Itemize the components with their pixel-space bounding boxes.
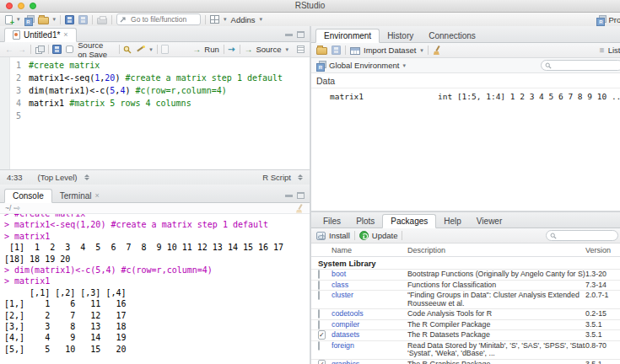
source-button[interactable]: → Source (244, 45, 281, 54)
package-checkbox[interactable] (318, 341, 320, 351)
tab-packages[interactable]: Packages (382, 214, 436, 228)
tab-console[interactable]: Console (4, 189, 52, 203)
package-link[interactable]: compiler (332, 321, 359, 329)
maximize-pane-icon[interactable] (297, 31, 305, 38)
popout-icon[interactable] (35, 46, 44, 53)
source-caret-icon[interactable]: ▾ (285, 46, 288, 54)
clear-environment-icon[interactable] (433, 46, 442, 55)
print-icon[interactable] (97, 18, 107, 24)
code-token: 20 (105, 73, 115, 83)
goto-file-search[interactable] (116, 13, 201, 25)
close-window-button[interactable] (6, 3, 13, 9)
package-checkbox[interactable] (318, 270, 320, 279)
find-replace-icon[interactable] (123, 46, 132, 54)
maximize-console-icon[interactable] (297, 192, 305, 199)
package-checkbox[interactable]: ✓ (318, 330, 326, 340)
close-tab-icon[interactable]: × (63, 29, 67, 41)
compile-report-icon[interactable] (161, 45, 169, 54)
back-icon[interactable]: ← (5, 46, 13, 54)
tab-history[interactable]: History (380, 29, 421, 42)
environment-scope-selector[interactable]: Global Environment (329, 61, 399, 70)
tab-connections[interactable]: Connections (421, 29, 483, 42)
description-column-header[interactable]: Description (407, 246, 585, 254)
addins-caret-icon[interactable]: ▾ (260, 15, 263, 24)
addins-button[interactable]: Addins (231, 15, 256, 24)
goto-file-input[interactable] (129, 14, 197, 24)
package-checkbox[interactable]: ✓ (318, 360, 326, 364)
environment-search-icon (545, 62, 552, 69)
package-checkbox-cell: ✓ (311, 331, 332, 340)
filetype-selector[interactable]: R Script (262, 173, 291, 182)
tab-files[interactable]: Files (315, 215, 348, 228)
open-recent-caret-icon[interactable]: ▾ (53, 15, 57, 24)
load-workspace-icon[interactable] (316, 47, 327, 55)
source-on-save-checkbox[interactable] (66, 46, 73, 53)
code-tools-caret-icon[interactable]: ▾ (149, 46, 153, 54)
new-project-icon[interactable] (24, 15, 34, 24)
package-link[interactable]: codetools (332, 310, 364, 318)
package-link[interactable]: cluster (332, 292, 353, 299)
version-column-header[interactable]: Version (585, 246, 620, 254)
save-all-icon[interactable] (78, 15, 88, 24)
save-icon[interactable] (65, 15, 74, 24)
clear-console-icon[interactable] (295, 204, 305, 213)
package-link[interactable]: graphics (332, 361, 359, 364)
main-toolbar: ▾ ▾ ▾ Addins ▾ Project (0, 13, 620, 27)
document-outline-icon[interactable] (297, 46, 305, 53)
code-line: 3dim(matrix1)<-c(5,4) #c(row=r,column=4) (0, 84, 310, 97)
pane-layout-icon[interactable] (210, 15, 219, 24)
console-line: > dim(matrix1)<-c(5,4) #c(row=r,column=4… (4, 265, 310, 276)
list-view-label: List (608, 46, 620, 55)
package-version-text: 1.3-20 (585, 270, 607, 278)
tab-environment[interactable]: Environment (315, 29, 380, 43)
update-button[interactable]: Update (359, 231, 398, 240)
packages-search-input[interactable] (559, 231, 614, 241)
environment-search-input[interactable] (554, 61, 619, 71)
code-editor[interactable]: 1#create matrix2matrix1<-seq(1,20) #crea… (0, 57, 310, 169)
pane-layout-caret-icon[interactable]: ▾ (224, 15, 227, 24)
run-button[interactable]: → Run (192, 45, 218, 54)
packages-search[interactable] (546, 230, 618, 241)
environment-object-row[interactable]: matrix1int [1:5, 1:4] 1 2 3 4 5 6 7 8 9 … (311, 88, 620, 104)
tab-terminal[interactable]: Terminal × (52, 190, 107, 202)
tab-help[interactable]: Help (436, 215, 469, 228)
code-token: ) (115, 73, 125, 83)
open-file-icon[interactable] (38, 17, 49, 24)
goto-directory-icon[interactable]: ⇨ (13, 205, 20, 212)
tab-plots[interactable]: Plots (348, 215, 382, 228)
package-checkbox[interactable] (318, 320, 320, 329)
name-column-header[interactable]: Name (332, 246, 407, 254)
close-terminal-icon[interactable]: × (95, 190, 100, 202)
forward-icon[interactable]: → (18, 46, 26, 54)
minimize-window-button[interactable] (18, 3, 24, 9)
minimize-pane-icon[interactable] (285, 34, 293, 36)
package-checkbox[interactable] (318, 291, 320, 300)
package-link[interactable]: boot (332, 270, 346, 278)
console-output[interactable]: > #create matrix> matrix1<-seq(1,20) #cr… (0, 214, 310, 364)
save-script-icon[interactable] (52, 45, 62, 54)
package-checkbox[interactable] (318, 281, 320, 290)
import-dataset-label: Import Dataset (364, 46, 416, 55)
save-workspace-icon[interactable] (332, 46, 341, 55)
scope-selector[interactable]: (Top Level) (38, 173, 78, 182)
package-checkbox[interactable] (318, 309, 320, 318)
list-view-button[interactable]: ≡ List ▾ (600, 46, 620, 55)
import-dataset-caret-icon[interactable]: ▾ (420, 46, 423, 55)
project-selector[interactable]: Project (596, 15, 620, 24)
rerun-icon[interactable]: ⇢ (228, 46, 235, 54)
new-file-icon[interactable] (5, 15, 13, 24)
environment-scope-caret-icon[interactable]: ▾ (402, 62, 406, 70)
package-link[interactable]: datasets (332, 331, 359, 339)
code-tools-icon[interactable] (136, 45, 145, 54)
tab-untitled1[interactable]: Untitled1* × (4, 28, 77, 42)
minimize-console-icon[interactable] (285, 195, 293, 197)
import-dataset-button[interactable]: Import Dataset (350, 46, 416, 55)
tab-viewer[interactable]: Viewer (469, 215, 509, 228)
install-button[interactable]: Install (316, 231, 350, 240)
zoom-window-button[interactable] (30, 3, 36, 9)
package-link[interactable]: foreign (332, 342, 354, 350)
package-row: ✓graphicsThe R Graphics Package3.5.1 (311, 360, 620, 364)
package-link[interactable]: class (332, 281, 348, 289)
environment-search[interactable] (541, 60, 620, 71)
new-file-caret-icon[interactable]: ▾ (17, 15, 20, 24)
